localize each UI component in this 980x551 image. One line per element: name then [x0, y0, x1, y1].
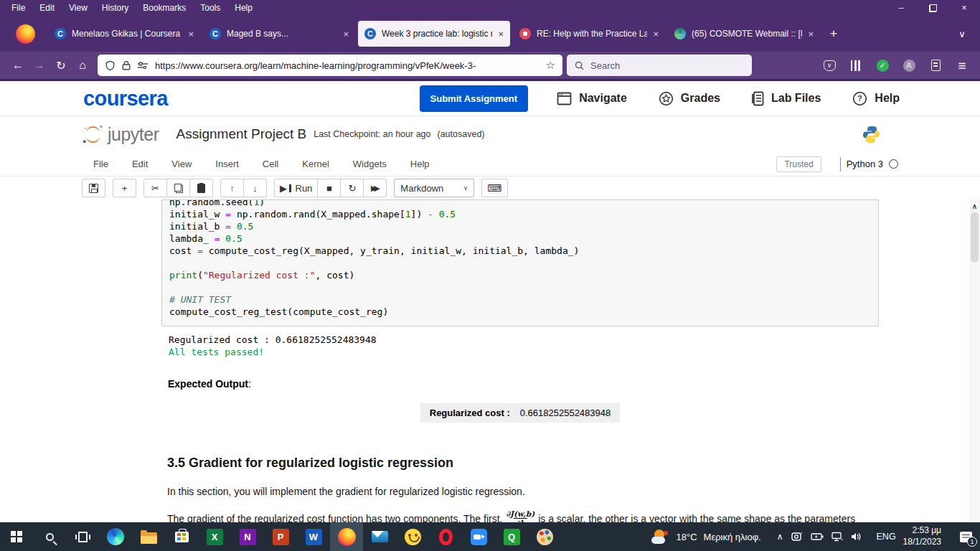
battery-icon[interactable] [811, 532, 824, 541]
move-up-button[interactable]: ↑ [220, 179, 244, 197]
tab-menelaos-coursera[interactable]: C Menelaos Gkikas | Coursera × [48, 21, 200, 47]
taskbar-search[interactable] [33, 522, 66, 551]
taskbar-quick-app[interactable]: Q [495, 522, 528, 551]
volume-icon[interactable] [851, 532, 862, 542]
extension-check-icon[interactable]: ✓ [872, 55, 893, 75]
tab-week3-practice-lab[interactable]: C Week 3 practice lab: logistic reg × [358, 21, 510, 47]
tray-camera-icon[interactable] [791, 532, 803, 542]
tab-close-icon[interactable]: × [188, 29, 194, 39]
taskbar-word[interactable]: W [297, 522, 330, 551]
close-icon[interactable]: × [948, 0, 980, 16]
tab-close-icon[interactable]: × [498, 29, 504, 39]
permissions-icon[interactable] [137, 61, 149, 70]
taskbar-firefox[interactable] [330, 522, 363, 551]
taskbar-store[interactable] [165, 522, 198, 551]
extension-bars-icon[interactable] [845, 55, 867, 75]
menu-edit[interactable]: Edit [32, 1, 62, 14]
restore-icon[interactable] [917, 0, 948, 16]
notebook-title[interactable]: Assignment Project B [176, 126, 307, 142]
taskbar-mail[interactable] [363, 522, 396, 551]
tab-close-icon[interactable]: × [808, 29, 814, 39]
menu-help[interactable]: Help [227, 1, 260, 14]
pocket-icon[interactable]: ∨ [819, 55, 840, 75]
url-text[interactable]: https://www.coursera.org/learn/machine-l… [155, 60, 540, 71]
menu-file[interactable]: File [4, 1, 32, 14]
tab-close-icon[interactable]: × [343, 29, 349, 39]
add-cell-button[interactable]: + [113, 179, 136, 197]
jp-menu-edit[interactable]: Edit [132, 159, 148, 169]
stop-button[interactable]: ■ [317, 179, 341, 197]
code-cell[interactable]: np.random.seed(1)initial_w = np.random.r… [161, 199, 879, 326]
weather-widget[interactable]: 18°C Μερική ηλιοφ. [651, 529, 761, 544]
jp-menu-kernel[interactable]: Kernel [302, 159, 329, 169]
back-icon[interactable]: ← [7, 55, 29, 76]
scrollbar-thumb[interactable] [971, 212, 979, 263]
paste-button[interactable] [189, 179, 213, 197]
network-icon[interactable] [831, 532, 843, 542]
restart-kernel-button[interactable]: ↻ [340, 179, 364, 197]
tab-close-icon[interactable]: × [653, 29, 659, 39]
submit-assignment-button[interactable]: Submit Assignment [420, 85, 529, 112]
taskbar-opera[interactable] [429, 522, 462, 551]
tab-title: Week 3 practice lab: logistic reg [382, 29, 492, 39]
list-all-tabs-icon[interactable]: ∨ [951, 23, 973, 44]
taskbar-zoom[interactable] [462, 522, 495, 551]
minimize-icon[interactable]: – [885, 0, 917, 16]
navigate-button[interactable]: Navigate [557, 92, 627, 105]
taskbar-powerpoint[interactable]: P [264, 522, 297, 551]
help-button[interactable]: ? Help [852, 91, 900, 106]
extension-translate-icon[interactable]: A [898, 55, 920, 75]
tab-re-help-practice-lab[interactable]: RE: Help with the Practice Lab o × [513, 21, 665, 47]
copy-button[interactable] [166, 179, 190, 197]
menu-history[interactable]: History [95, 1, 136, 14]
menu-tools[interactable]: Tools [193, 1, 227, 14]
notebook-scrollbar[interactable]: ∧ [969, 199, 980, 522]
menu-view[interactable]: View [62, 1, 95, 14]
scrollbar-up-icon[interactable]: ∧ [969, 202, 980, 210]
lock-icon[interactable] [122, 60, 131, 70]
jp-menu-widgets[interactable]: Widgets [353, 159, 387, 169]
taskbar-start[interactable] [0, 522, 33, 551]
jp-menu-view[interactable]: View [171, 159, 192, 169]
hamburger-menu-icon[interactable]: ≡ [951, 55, 973, 75]
extension-page-icon[interactable] [925, 55, 946, 75]
search-bar[interactable]: Search [567, 55, 752, 76]
cell-type-dropdown[interactable]: Markdown ∨ [394, 179, 474, 197]
taskbar-messenger[interactable] [396, 522, 429, 551]
gradient-fraction: ∂J(w,b) ∂b [506, 509, 534, 522]
shield-icon[interactable] [105, 60, 116, 71]
taskbar-task-view[interactable] [66, 522, 99, 551]
tab-cosmote-webmail[interactable]: (65) COSMOTE Webmail :: [Deep × [668, 21, 820, 47]
taskbar-clock[interactable]: 2:53 μμ 18/1/2023 [903, 525, 941, 547]
jupyter-logo[interactable]: jupyter [82, 124, 159, 145]
grades-button[interactable]: Grades [659, 91, 720, 106]
jp-menu-help[interactable]: Help [410, 159, 430, 169]
language-indicator[interactable]: ENG [877, 532, 896, 542]
cut-button[interactable]: ✂ [143, 179, 167, 197]
taskbar-edge[interactable] [99, 522, 132, 551]
forward-icon[interactable]: → [29, 55, 50, 76]
menu-bookmarks[interactable]: Bookmarks [136, 1, 193, 14]
tray-expand-icon[interactable]: ∧ [777, 532, 783, 542]
coursera-logo[interactable]: coursera [83, 88, 168, 109]
taskbar-excel[interactable]: X [198, 522, 231, 551]
command-palette-button[interactable]: ⌨ [481, 179, 507, 197]
bookmark-star-icon[interactable]: ☆ [546, 59, 555, 72]
lab-files-button[interactable]: Lab Files [752, 91, 821, 106]
taskbar-file-explorer[interactable] [132, 522, 165, 551]
save-button[interactable] [82, 179, 105, 197]
move-down-button[interactable]: ↓ [243, 179, 267, 197]
new-tab-button[interactable]: + [823, 23, 844, 44]
restart-run-all-button[interactable]: ▶▶ [363, 179, 387, 197]
jp-menu-cell[interactable]: Cell [263, 159, 278, 169]
taskbar-onenote[interactable]: N [231, 522, 264, 551]
home-icon[interactable]: ⌂ [72, 55, 93, 76]
jp-menu-insert[interactable]: Insert [215, 159, 239, 169]
jp-menu-file[interactable]: File [93, 159, 108, 169]
tab-maged-b[interactable]: C Maged B says... × [203, 21, 355, 47]
url-bar[interactable]: https://www.coursera.org/learn/machine-l… [98, 55, 562, 76]
run-button[interactable]: ▶ Run [274, 179, 318, 197]
reload-icon[interactable]: ↻ [50, 55, 72, 76]
taskbar-paint[interactable] [528, 522, 561, 551]
notification-center-button[interactable]: 1 [951, 522, 980, 551]
